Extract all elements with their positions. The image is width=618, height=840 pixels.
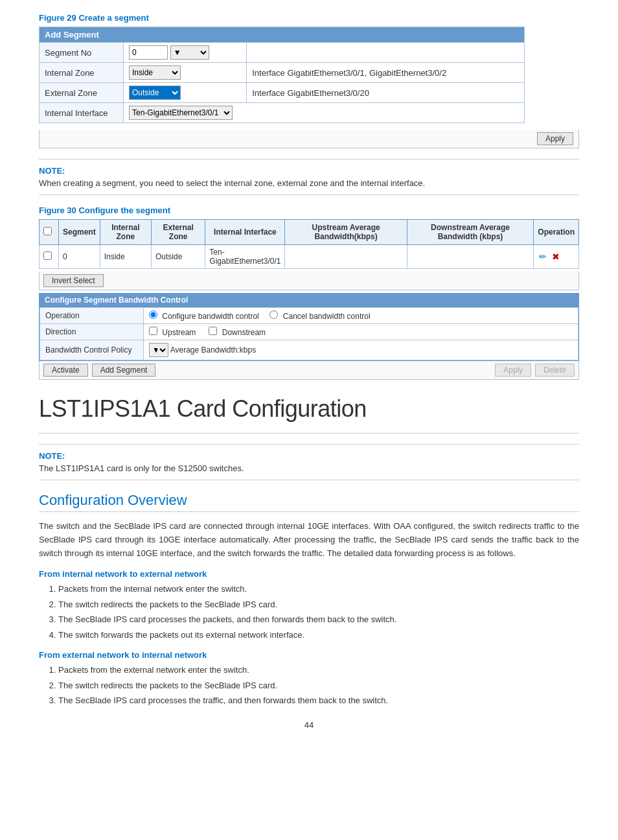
- from-external-heading: From external network to internal networ…: [39, 650, 579, 660]
- col-external-zone: External Zone: [152, 220, 205, 245]
- from-internal-list: Packets from the internal network enter …: [58, 583, 579, 641]
- note2-label: NOTE:: [39, 451, 579, 461]
- internal-interface-value: Ten-GigabitEthernet3/0/1: [124, 103, 525, 123]
- row-select-checkbox[interactable]: [43, 251, 52, 260]
- add-segment-table: Add Segment Segment No ▼ Internal Zone I…: [39, 27, 525, 123]
- cancel-bw-label: Cancel bandwidth control: [269, 312, 370, 321]
- downstream-label: Downstream: [209, 328, 266, 337]
- bandwidth-control-section: Configure Segment Bandwidth Control Oper…: [39, 293, 579, 361]
- internal-interface-label: Internal Interface: [40, 103, 124, 123]
- upstream-text: Upstream: [162, 328, 196, 337]
- config-overview-heading: Configuration Overview: [39, 492, 579, 512]
- note1-label: NOTE:: [39, 166, 579, 176]
- bandwidth-table: Operation Configure bandwidth control Ca…: [40, 307, 578, 360]
- page-number: 44: [39, 720, 579, 730]
- col-downstream: Downstream Average Bandwidth (kbps): [407, 220, 534, 245]
- segment-no-value: ▼: [124, 43, 247, 63]
- list-item: Packets from the internal network enter …: [58, 583, 579, 596]
- row-segment: 0: [59, 245, 100, 269]
- row-internal-interface: Ten-GigabitEthernet3/0/1: [205, 245, 285, 269]
- internal-interface-row: Internal Interface Ten-GigabitEthernet3/…: [40, 103, 525, 123]
- upstream-checkbox[interactable]: [149, 327, 157, 335]
- row-downstream: [407, 245, 534, 269]
- figure29-section: Figure 29 Create a segment Add Segment S…: [39, 13, 579, 148]
- right-buttons: Apply Delete: [495, 364, 575, 377]
- policy-controls: ▼ Average Bandwidth:kbps: [144, 340, 578, 360]
- note2-text: The LST1IPS1A1 card is only for the S125…: [39, 463, 579, 473]
- internal-interface-select[interactable]: Ten-GigabitEthernet3/0/1: [129, 106, 233, 120]
- col-internal-interface: Internal Interface: [205, 220, 285, 245]
- internal-zone-value: Inside: [124, 63, 247, 83]
- cancel-bw-text: Cancel bandwidth control: [283, 312, 371, 321]
- list-item: The switch redirects the packets to the …: [58, 679, 579, 692]
- operation-row: Operation Configure bandwidth control Ca…: [40, 308, 578, 324]
- note1-text: When creating a segment, you need to sel…: [39, 178, 579, 188]
- list-item: The SecBlade IPS card processes the pack…: [58, 613, 579, 626]
- segment-no-select[interactable]: ▼: [170, 45, 209, 60]
- configure-bw-text: Configure bandwidth control: [162, 312, 258, 321]
- note1-section: NOTE: When creating a segment, you need …: [39, 159, 579, 195]
- list-item: Packets from the external network enter …: [58, 664, 579, 677]
- col-operation: Operation: [534, 220, 579, 245]
- figure29-title: Figure 29 Create a segment: [39, 13, 579, 23]
- direction-label: Direction: [40, 324, 144, 340]
- external-zone-row: External Zone Outside Interface GigabitE…: [40, 83, 525, 103]
- operation-label: Operation: [40, 308, 144, 324]
- list-item: The switch redirects the packets to the …: [58, 598, 579, 611]
- internal-zone-row: Internal Zone Inside Interface GigabitEt…: [40, 63, 525, 83]
- table-row: 0 Inside Outside Ten-GigabitEthernet3/0/…: [40, 245, 579, 269]
- direction-row: Direction Upstream Downstream: [40, 324, 578, 340]
- segment-no-row: Segment No ▼: [40, 43, 525, 63]
- from-internal-heading: From internal network to external networ…: [39, 569, 579, 579]
- note2-section: NOTE: The LST1IPS1A1 card is only for th…: [39, 444, 579, 480]
- upstream-label: Upstream: [149, 328, 198, 337]
- operation-controls: Configure bandwidth control Cancel bandw…: [144, 308, 578, 324]
- external-zone-note: Interface GigabitEthernet3/0/20: [247, 83, 525, 103]
- list-item: The SecBlade IPS card processes the traf…: [58, 694, 579, 707]
- downstream-text: Downstream: [222, 328, 266, 337]
- delete-button: Delete: [535, 364, 575, 377]
- add-segment-button[interactable]: Add Segment: [92, 364, 156, 377]
- row-external-zone: Outside: [152, 245, 205, 269]
- delete-icon[interactable]: ✖: [552, 251, 560, 262]
- config-overview-body: The switch and the SecBlade IPS card are…: [39, 520, 579, 560]
- activate-button[interactable]: Activate: [43, 364, 88, 377]
- edit-icon[interactable]: ✏: [539, 251, 547, 262]
- row-operation: ✏ ✖: [534, 245, 579, 269]
- row-checkbox: [40, 245, 59, 269]
- add-segment-header: Add Segment: [40, 27, 525, 43]
- row-internal-zone: Inside: [100, 245, 151, 269]
- external-zone-value: Outside: [124, 83, 247, 103]
- select-all-checkbox[interactable]: [43, 227, 52, 235]
- invert-select-button[interactable]: Invert Select: [43, 274, 104, 287]
- segment-table-header-row: Segment Internal Zone External Zone Inte…: [40, 220, 579, 245]
- external-zone-select[interactable]: Outside: [129, 86, 181, 100]
- figure30-title: Figure 30 Configure the segment: [39, 205, 579, 215]
- bottom-buttons: Activate Add Segment Apply Delete: [39, 361, 579, 380]
- direction-controls: Upstream Downstream: [144, 324, 578, 340]
- segment-no-input[interactable]: [129, 45, 168, 60]
- main-heading: LST1IPS1A1 Card Configuration: [39, 395, 579, 423]
- policy-row: Bandwidth Control Policy ▼ Average Bandw…: [40, 340, 578, 360]
- internal-zone-select[interactable]: Inside: [129, 65, 181, 80]
- cancel-bw-radio[interactable]: [269, 310, 278, 319]
- apply-button[interactable]: Apply: [537, 132, 573, 145]
- apply-row: Apply: [39, 130, 579, 148]
- configure-bw-label: Configure bandwidth control: [149, 312, 261, 321]
- col-checkbox: [40, 220, 59, 245]
- segment-no-label: Segment No: [40, 43, 124, 63]
- configure-bw-radio[interactable]: [149, 310, 157, 319]
- row-upstream: [285, 245, 407, 269]
- internal-zone-note: Interface GigabitEthernet3/0/1, GigabitE…: [247, 63, 525, 83]
- from-external-list: Packets from the external network enter …: [58, 664, 579, 707]
- figure30-section: Figure 30 Configure the segment Segment …: [39, 205, 579, 380]
- add-segment-header-row: Add Segment: [40, 27, 525, 43]
- policy-value-text: Average Bandwidth:kbps: [170, 345, 257, 355]
- apply-bottom-button: Apply: [495, 364, 531, 377]
- col-upstream: Upstream Average Bandwidth(kbps): [285, 220, 407, 245]
- downstream-checkbox[interactable]: [209, 327, 217, 335]
- invert-select-row: Invert Select: [39, 272, 579, 290]
- col-internal-zone: Internal Zone: [100, 220, 151, 245]
- external-zone-label: External Zone: [40, 83, 124, 103]
- policy-select[interactable]: ▼: [149, 343, 168, 357]
